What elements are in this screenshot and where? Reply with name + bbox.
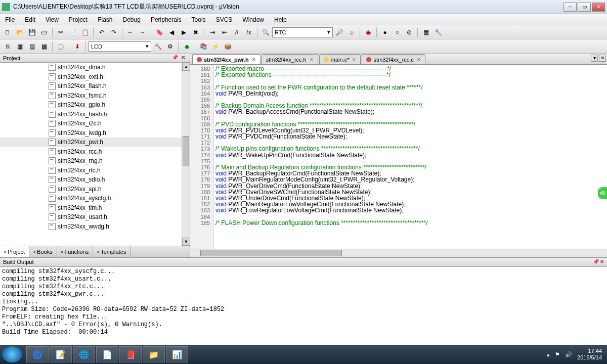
undo-icon[interactable]: ↶	[96, 27, 107, 38]
tree-item[interactable]: stm32f4xx_spi.h	[0, 185, 190, 194]
menu-flash[interactable]: Flash	[93, 15, 117, 25]
tree-item[interactable]: stm32f4xx_syscfg.h	[0, 194, 190, 203]
tree-item[interactable]: stm32f4xx_rtc.h	[0, 166, 190, 175]
tree-item[interactable]: stm32f4xx_flash.h	[0, 81, 190, 91]
tree-item[interactable]: stm32f4xx_exti.h	[0, 72, 190, 82]
menu-debug[interactable]: Debug	[118, 15, 146, 25]
config-wizard-icon[interactable]: ⚡	[210, 41, 221, 52]
indent-icon[interactable]: ⇥	[207, 27, 218, 38]
pack-installer-icon[interactable]: 📦	[222, 41, 233, 52]
bookmark-prev-icon[interactable]: ◀	[166, 27, 177, 38]
config-icon[interactable]: 🔧	[432, 27, 444, 38]
tree-item[interactable]: stm32f4xx_rcc.h	[0, 147, 190, 157]
tree-item[interactable]: stm32f4xx_dma.h	[0, 63, 190, 72]
editor-tab[interactable]: stm32f4xx_rcc.h✕	[262, 54, 318, 64]
menu-peripherals[interactable]: Peripherals	[146, 15, 187, 25]
breakpoint-icon[interactable]: ●	[379, 27, 391, 38]
tree-scrollbar[interactable]: ▲ ▼	[182, 63, 190, 246]
editor-hscroll[interactable]	[190, 249, 607, 257]
tray-expand-icon[interactable]: ▴	[547, 351, 550, 358]
tab-close-icon[interactable]: ✕	[310, 57, 314, 62]
bookmark-icon[interactable]: 🔖	[154, 27, 165, 38]
panel-pin-icon[interactable]: 📌	[171, 55, 179, 62]
hscroll-thumb[interactable]	[200, 250, 342, 256]
manage-rte-icon[interactable]: ◆	[181, 41, 192, 52]
editor-tab[interactable]: main.c*✕	[319, 54, 361, 64]
window-icon[interactable]: ▦	[420, 27, 431, 38]
tray-clock[interactable]: 17:44 2015/5/14	[577, 348, 602, 361]
tray-volume-icon[interactable]: 🔊	[565, 351, 572, 358]
kill-bp-icon[interactable]: ⊘	[404, 27, 415, 38]
file-ext-icon[interactable]: ⚙	[164, 41, 176, 52]
stop-build-icon[interactable]: ⬚	[55, 41, 66, 52]
find-in-files-icon[interactable]: 🔎	[334, 27, 345, 38]
scroll-up-icon[interactable]: ▲	[182, 63, 190, 71]
code-lines[interactable]: /* Exported macro ----------------------…	[213, 65, 607, 249]
bottom-tab-books[interactable]: ▫Books	[29, 246, 57, 257]
task-doc-icon[interactable]: 📄	[96, 346, 118, 362]
task-browser-icon[interactable]: 🌐	[73, 346, 95, 362]
bottom-tab-project[interactable]: ▫Project	[0, 246, 29, 257]
editor-tab[interactable]: stm32f4xx_rcc.c✕	[362, 54, 425, 64]
build-output-text[interactable]: compiling stm32f4xx_syscfg.c... compilin…	[0, 267, 607, 348]
download-icon[interactable]: ⬇	[72, 41, 83, 52]
batch-build-icon[interactable]: ▩	[38, 41, 50, 52]
translate-icon[interactable]: ⎘	[2, 41, 13, 52]
save-all-icon[interactable]: 🗃	[38, 27, 50, 38]
tree-item[interactable]: stm32f4xx_tim.h	[0, 203, 190, 213]
debug-icon[interactable]: ◉	[363, 27, 374, 38]
start-button[interactable]	[2, 346, 22, 362]
task-explorer-icon[interactable]: 🌀	[26, 346, 49, 362]
task-ppt-icon[interactable]: 📊	[166, 346, 188, 362]
tree-item[interactable]: stm32f4xx_wwdg.h	[0, 222, 190, 232]
disable-bp-icon[interactable]: ○	[392, 27, 403, 38]
editor-tab[interactable]: stm32f4xx_pwr.h✕	[192, 54, 261, 64]
comment-icon[interactable]: //	[231, 27, 242, 38]
rebuild-icon[interactable]: ▨	[26, 41, 37, 52]
tab-close-icon[interactable]: ✕	[252, 57, 256, 62]
maximize-button[interactable]: ▭	[578, 3, 591, 12]
save-icon[interactable]: 💾	[26, 27, 37, 38]
books-icon[interactable]: 📚	[198, 41, 209, 52]
tray-flag-icon[interactable]: ⚑	[555, 351, 560, 358]
bottom-tab-templates[interactable]: ▫Templates	[93, 246, 131, 257]
cut-icon[interactable]: ✂	[55, 27, 66, 38]
nav-fwd-icon[interactable]: →	[137, 27, 148, 38]
nav-back-icon[interactable]: ←	[125, 27, 136, 38]
build-icon[interactable]: ▦	[14, 41, 25, 52]
project-tree[interactable]: stm32f4xx_dma.hstm32f4xx_exti.hstm32f4xx…	[0, 63, 190, 246]
task-folder-icon[interactable]: 📁	[143, 346, 165, 362]
bottom-tab-functions[interactable]: ▫Functions	[57, 246, 94, 257]
target-options-icon[interactable]: 🔨	[152, 41, 163, 52]
panel-close-icon[interactable]: ✕	[180, 55, 187, 62]
editor-close-icon[interactable]: ✕	[599, 55, 606, 62]
minimize-button[interactable]: ─	[563, 3, 577, 12]
copy-icon[interactable]: 📄	[67, 27, 78, 38]
bookmark-clear-icon[interactable]: ✖	[190, 27, 201, 38]
tree-item[interactable]: stm32f4xx_sdio.h	[0, 175, 190, 185]
find-combo[interactable]: RTC▾	[272, 27, 333, 37]
find-icon[interactable]: 🔍	[260, 27, 271, 38]
tree-item[interactable]: stm32f4xx_pwr.h	[0, 138, 190, 147]
menu-file[interactable]: File	[0, 15, 20, 25]
tree-item[interactable]: stm32f4xx_hash.h	[0, 110, 190, 119]
build-close-icon[interactable]: ✕	[600, 259, 604, 265]
uncomment-icon[interactable]: /x	[243, 27, 254, 38]
scroll-down-icon[interactable]: ▼	[182, 238, 190, 246]
tab-close-icon[interactable]: ✕	[417, 57, 421, 62]
menu-project[interactable]: Project	[64, 15, 93, 25]
menu-window[interactable]: Window	[237, 15, 269, 25]
tree-item[interactable]: stm32f4xx_i2c.h	[0, 119, 190, 128]
tab-close-icon[interactable]: ✕	[352, 57, 356, 62]
build-pin-icon[interactable]: 📌	[593, 259, 599, 265]
scroll-thumb[interactable]	[183, 136, 189, 166]
task-pdf-icon[interactable]: 📕	[119, 346, 142, 362]
redo-icon[interactable]: ↷	[108, 27, 119, 38]
outdent-icon[interactable]: ⇤	[219, 27, 230, 38]
side-badge[interactable]: 48	[598, 187, 607, 199]
task-notepad-icon[interactable]: 📝	[50, 346, 72, 362]
editor-dropdown-icon[interactable]: ▾	[591, 55, 598, 62]
bookmark-next-icon[interactable]: ▶	[178, 27, 189, 38]
tree-item[interactable]: stm32f4xx_iwdg.h	[0, 128, 190, 138]
incremental-find-icon[interactable]: ⌕	[346, 27, 357, 38]
